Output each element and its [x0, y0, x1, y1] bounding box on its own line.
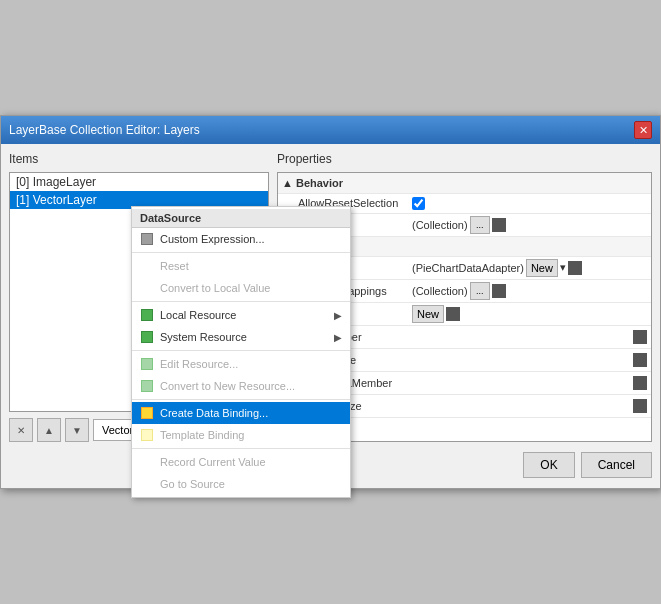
convert-local-icon [140, 281, 154, 295]
item-id-indicator [633, 376, 647, 390]
cancel-button[interactable]: Cancel [581, 452, 652, 478]
ctx-edit-resource: Edit Resource... [132, 353, 350, 375]
item-max-size-input[interactable] [412, 397, 631, 415]
props-label: Properties [277, 152, 652, 166]
separator-1 [132, 252, 350, 253]
context-menu-header: DataSource [132, 209, 350, 228]
list-item[interactable]: [0] ImageLayer [10, 173, 268, 191]
move-up-button[interactable]: ▲ [37, 418, 61, 442]
create-data-binding-icon [140, 406, 154, 420]
item-max-size-indicator [633, 399, 647, 413]
main-window: LayerBase Collection Editor: Layers ✕ It… [0, 115, 661, 489]
ctx-system-resource[interactable]: System Resource ▶ [132, 326, 350, 348]
system-resource-icon [140, 330, 154, 344]
context-menu: DataSource Custom Expression... Reset Co… [131, 206, 351, 498]
data-member-input[interactable] [412, 328, 631, 346]
item-max-size-value [408, 394, 651, 417]
separator-2 [132, 301, 350, 302]
move-down-button[interactable]: ▼ [65, 418, 89, 442]
local-resource-icon [140, 308, 154, 322]
go-to-source-icon [140, 477, 154, 491]
local-resource-arrow: ▶ [334, 310, 342, 321]
item-id-value [408, 371, 651, 394]
go-to-source-label: Go to Source [160, 478, 225, 490]
bounds-color-indicator [492, 218, 506, 232]
attr-color-indicator [492, 284, 506, 298]
data-color-indicator [568, 261, 582, 275]
ok-button[interactable]: OK [523, 452, 574, 478]
record-current-value-icon [140, 455, 154, 469]
system-resource-arrow: ▶ [334, 332, 342, 343]
attr-btn[interactable]: ... [470, 282, 490, 300]
data-new-btn[interactable]: New [526, 259, 558, 277]
data-dropdown-arrow[interactable]: ▾ [560, 261, 566, 274]
data-source-value [408, 348, 651, 371]
convert-local-label: Convert to Local Value [160, 282, 270, 294]
template-binding-icon [140, 428, 154, 442]
remove-button[interactable]: ✕ [9, 418, 33, 442]
allow-reset-value [408, 193, 651, 213]
reset-label: Reset [160, 260, 189, 272]
ctx-local-resource[interactable]: Local Resource ▶ [132, 304, 350, 326]
ctx-template-binding: Template Binding [132, 424, 350, 446]
clusterer-new-btn[interactable]: New [412, 305, 444, 323]
bounds-btn[interactable]: ... [470, 216, 490, 234]
custom-expression-icon [140, 232, 154, 246]
ctx-create-data-binding[interactable]: Create Data Binding... [132, 402, 350, 424]
items-label: Items [9, 152, 269, 166]
behavior-section-label: ▲ Behavior [278, 173, 651, 193]
item-id-input[interactable] [412, 374, 631, 392]
bounds-value-text: (Collection) [412, 219, 468, 231]
edit-resource-icon [140, 357, 154, 371]
ctx-go-to-source: Go to Source [132, 473, 350, 495]
create-data-binding-label: Create Data Binding... [160, 407, 268, 419]
convert-new-resource-label: Convert to New Resource... [160, 380, 295, 392]
data-member-indicator [633, 330, 647, 344]
attr-value-text: (Collection) [412, 285, 468, 297]
ctx-convert-new-resource: Convert to New Resource... [132, 375, 350, 397]
ctx-record-current-value: Record Current Value [132, 451, 350, 473]
window-title: LayerBase Collection Editor: Layers [9, 123, 200, 137]
separator-3 [132, 350, 350, 351]
system-resource-label: System Resource [160, 331, 247, 343]
title-bar: LayerBase Collection Editor: Layers ✕ [1, 116, 660, 144]
close-button[interactable]: ✕ [634, 121, 652, 139]
record-current-value-label: Record Current Value [160, 456, 266, 468]
allow-reset-checkbox[interactable] [412, 197, 425, 210]
reset-icon [140, 259, 154, 273]
clusterer-value: New [408, 302, 651, 325]
bounds-value: (Collection) ... [408, 213, 651, 236]
separator-4 [132, 399, 350, 400]
custom-expression-label: Custom Expression... [160, 233, 265, 245]
ctx-custom-expression[interactable]: Custom Expression... [132, 228, 350, 250]
ctx-reset: Reset [132, 255, 350, 277]
clusterer-color-indicator [446, 307, 460, 321]
data-value-text: (PieChartDataAdapter) [412, 262, 524, 274]
local-resource-label: Local Resource [160, 309, 236, 321]
ctx-convert-local: Convert to Local Value [132, 277, 350, 299]
separator-5 [132, 448, 350, 449]
attribute-mappings-value: (Collection) ... [408, 279, 651, 302]
data-source-indicator [633, 353, 647, 367]
behavior-section: ▲ Behavior [278, 173, 651, 193]
data-member-value [408, 325, 651, 348]
template-binding-label: Template Binding [160, 429, 244, 441]
data-value-cell: (PieChartDataAdapter) New ▾ [408, 256, 651, 279]
edit-resource-label: Edit Resource... [160, 358, 238, 370]
convert-new-resource-icon [140, 379, 154, 393]
data-source-input[interactable] [412, 351, 631, 369]
